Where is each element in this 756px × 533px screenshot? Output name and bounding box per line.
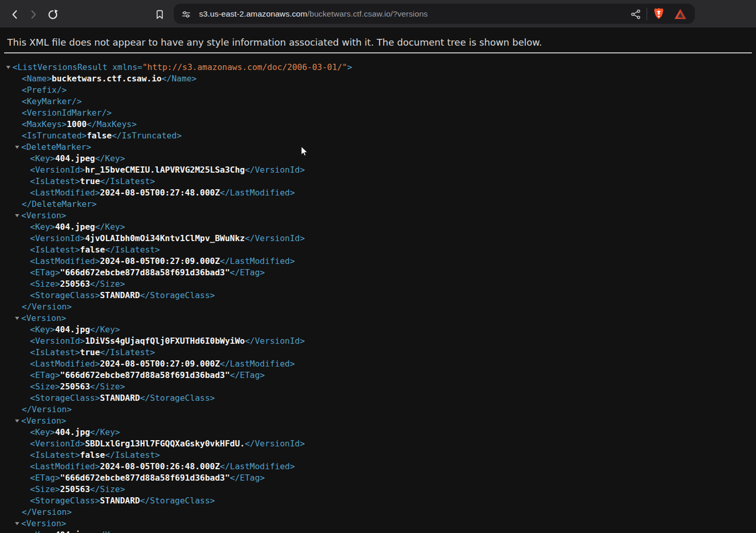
xml-token-tag: <VersionIdMarker/> [22,108,111,118]
xml-token-tag: <Version> [21,211,66,220]
xml-token-tag: <Version> [21,416,66,426]
share-button[interactable] [629,8,642,20]
xml-line: <StorageClass>STANDARD</StorageClass> [0,392,756,404]
xml-line: <ListVersionsResult xmlns="http://s3.ama… [0,62,756,73]
brave-shields-button[interactable] [653,7,665,20]
reload-icon [47,8,59,21]
xml-token-tag: </Version> [22,404,72,414]
bookmark-button[interactable] [153,8,166,21]
brave-rewards-button[interactable] [674,8,687,20]
xml-token-text: 404.jpeg [55,530,95,533]
xml-token-tag: <VersionId> [30,165,85,175]
xml-token-tag: <ETag> [30,473,60,483]
xml-token-tag: </ETag> [230,370,264,380]
xml-line: <VersionId>SBDLxlGrg13Hl7FGQQXaGsky0vkHF… [0,438,756,450]
xml-token-tag: <VersionId> [30,233,85,243]
bookmark-icon [153,8,166,21]
xml-line: <VersionId>1DiVSs4gUjaqfQlj0FXUTHd6I0bWy… [0,335,756,347]
xml-line: <KeyMarker/> [0,96,756,107]
xml-token-tag: <IsLatest> [30,347,80,357]
xml-line: <Name>bucketwars.ctf.csaw.io</Name> [0,73,756,85]
xml-token-tag: </VersionId> [245,165,305,175]
xml-style-notice: This XML file does not appear to have an… [7,37,749,48]
xml-line: <DeleteMarker> [0,142,756,153]
forward-button[interactable] [26,8,40,21]
xml-token-tag: </Key> [90,325,120,334]
xml-token-text: 250563 [60,484,90,494]
xml-token-tag: <IsLatest> [30,176,80,186]
xml-token-tag: <ETag> [30,370,60,380]
xml-token-tag: </LastModified> [220,188,295,198]
xml-line: <VersionId>4jvOLAIbh0mOi34Kntv1ClMpv_BWu… [0,233,756,244]
xml-token-tag: </Version> [22,507,72,517]
xml-line: <ETag>"666d672ebcbe877d88a58f691d36bad3"… [0,267,756,278]
xml-token-string: "http://s3.amazonaws.com/doc/2006-03-01/… [142,62,347,72]
xml-token-text: hr_15bveCMEIU.lAPVRVG2M25LSa3Chg [85,165,245,175]
xml-token-tag: <Size> [30,279,60,289]
xml-line: <Size>250563</Size> [0,484,756,495]
xml-token-tag: <ListVersionsResult xmlns= [12,62,142,72]
expander-triangle-icon[interactable] [15,214,19,217]
xml-token-text: 250563 [60,382,90,391]
xml-token-text: 2024-08-05T00:27:48.000Z [100,188,220,198]
expander-triangle-icon[interactable] [15,317,19,320]
expander-triangle-icon[interactable] [15,522,19,525]
xml-token-tag: <Key> [30,153,55,163]
xml-token-tag: > [347,62,352,72]
xml-token-tag: </StorageClass> [140,496,215,506]
xml-line: </DeleteMarker> [0,199,756,210]
site-settings-icon[interactable] [180,8,192,20]
reload-button[interactable] [46,8,60,21]
xml-line: <Prefix/> [0,85,756,96]
xml-token-text: 2024-08-05T00:27:09.000Z [100,256,220,266]
expander-triangle-icon[interactable] [6,66,10,69]
expander-triangle-icon[interactable] [15,146,19,149]
back-button[interactable] [8,8,22,21]
xml-token-tag: <Key> [30,427,55,437]
xml-line: <VersionId>hr_15bveCMEIU.lAPVRVG2M25LSa3… [0,164,756,176]
xml-token-tag: <VersionId> [30,336,85,346]
xml-token-text: false [87,131,111,141]
xml-token-tag: <DeleteMarker> [21,142,91,152]
xml-line: <Key>404.jpeg</Key> [0,529,756,533]
xml-token-text: "666d672ebcbe877d88a58f691d36bad3" [60,370,230,380]
xml-token-tag: </DeleteMarker> [22,199,97,209]
xml-token-tag: </LastModified> [220,256,295,266]
xml-token-tag: <IsLatest> [30,450,80,460]
xml-token-text: "666d672ebcbe877d88a58f691d36bad3" [60,473,230,483]
xml-line: <LastModified>2024-08-05T00:27:09.000Z</… [0,358,756,370]
expander-triangle-icon[interactable] [15,419,19,423]
xml-token-tag: <Key> [30,222,55,232]
xml-token-tag: </ETag> [230,473,264,483]
chevron-left-icon [9,8,21,21]
xml-token-tag: </LastModified> [220,461,295,471]
xml-token-tag: </StorageClass> [140,290,215,300]
xml-line: <IsLatest>true</IsLatest> [0,176,756,187]
browser-toolbar: s3.us-east-2.amazonaws.com/bucketwars.ct… [0,0,756,28]
url-domain: s3.us-east-2.amazonaws.com [199,9,307,18]
omnibox-separator [647,8,647,20]
xml-token-text: STANDARD [100,393,140,403]
xml-token-tag: </Size> [90,484,125,494]
xml-line: <Size>250563</Size> [0,278,756,290]
xml-line: </Version> [0,404,756,415]
xml-token-tag: <Version> [21,518,66,528]
xml-token-tag: </Name> [162,74,197,83]
xml-token-tag: <ETag> [30,268,60,277]
xml-token-text: 404.jpg [55,427,90,437]
url-bar[interactable]: s3.us-east-2.amazonaws.com/bucketwars.ct… [174,4,695,24]
xml-token-text: 1000 [67,119,87,129]
xml-token-text: 1DiVSs4gUjaqfQlj0FXUTHd6I0bWyiWo [85,336,245,346]
xml-token-text: STANDARD [100,496,140,506]
xml-line: <Key>404.jpeg</Key> [0,153,756,164]
url-path: /bucketwars.ctf.csaw.io/?versions [307,9,428,18]
xml-token-tag: </Size> [90,279,125,289]
xml-token-text: 2024-08-05T00:26:48.000Z [100,461,220,471]
xml-token-tag: </IsTruncated> [111,131,181,141]
xml-token-tag: <LastModified> [30,461,100,471]
notice-divider [4,52,752,53]
xml-token-tag: <VersionId> [30,439,85,448]
url-text[interactable]: s3.us-east-2.amazonaws.com/bucketwars.ct… [199,9,629,19]
xml-token-tag: </Key> [95,222,125,232]
xml-token-text: 4jvOLAIbh0mOi34Kntv1ClMpv_BWuNkz [85,233,245,243]
